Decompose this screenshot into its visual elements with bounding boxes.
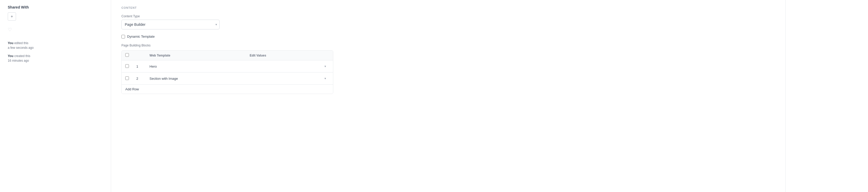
th-edit-values: Edit Values: [246, 51, 320, 60]
add-row-button[interactable]: Add Row: [122, 85, 333, 94]
th-web-template: Web Template: [146, 51, 246, 60]
select-all-checkbox[interactable]: [125, 53, 129, 57]
row-actions: ▾: [320, 72, 333, 85]
activity-entry-1: You edited this a few seconds ago: [8, 41, 103, 50]
activity-time-2: 16 minutes ago: [8, 59, 29, 62]
main-content: CONTENT Content Type Page Builder ▾ Dyna…: [111, 0, 785, 192]
row-checkbox-cell: [122, 72, 133, 85]
row-actions: ▾: [320, 60, 333, 72]
activity-entry-2: You created this 16 minutes ago: [8, 54, 103, 63]
add-shared-button[interactable]: +: [8, 12, 16, 21]
row-number: 1: [133, 60, 146, 72]
page-building-blocks-table-container: Web Template Edit Values 1 Hero ▾ 2: [121, 50, 333, 94]
row-number: 2: [133, 72, 146, 85]
row-edit-values: [246, 60, 320, 72]
activity-action-1: edited this: [14, 41, 28, 45]
plus-icon: +: [10, 14, 13, 19]
content-type-field: Content Type Page Builder ▾: [121, 14, 775, 29]
row-web-template: Section with Image: [146, 72, 246, 85]
page-building-blocks-table: Web Template Edit Values 1 Hero ▾ 2: [122, 51, 333, 85]
row-expand-button[interactable]: ▾: [323, 75, 327, 81]
row-edit-values: [246, 72, 320, 85]
sidebar: Shared With + ♡ You edited this a few se…: [0, 0, 111, 192]
content-type-label: Content Type: [121, 14, 775, 18]
row-web-template: Hero: [146, 60, 246, 72]
activity-log: You edited this a few seconds ago You cr…: [8, 41, 103, 63]
content-section-label: CONTENT: [121, 6, 775, 9]
row-checkbox-cell: [122, 60, 133, 72]
th-checkbox: [122, 51, 133, 60]
activity-text-1: You edited this a few seconds ago: [8, 41, 103, 50]
page-building-blocks-label: Page Building Blocks: [121, 43, 775, 47]
right-panel: [785, 0, 868, 192]
table-row: 1 Hero ▾: [122, 60, 333, 72]
activity-actor-1: You: [8, 41, 13, 45]
table-row: 2 Section with Image ▾: [122, 72, 333, 85]
heart-icon: ♡: [8, 27, 103, 33]
content-type-select[interactable]: Page Builder: [121, 20, 220, 29]
row-checkbox[interactable]: [125, 64, 129, 68]
shared-with-label: Shared With: [8, 5, 103, 9]
th-actions: [320, 51, 333, 60]
dynamic-template-checkbox[interactable]: [121, 35, 125, 38]
activity-actor-2: You: [8, 54, 13, 58]
activity-action-2: created this: [14, 54, 30, 58]
dynamic-template-label: Dynamic Template: [127, 35, 155, 38]
activity-text-2: You created this 16 minutes ago: [8, 54, 103, 63]
row-checkbox[interactable]: [125, 76, 129, 80]
th-number: [133, 51, 146, 60]
content-type-select-wrapper: Page Builder ▾: [121, 20, 220, 29]
row-expand-button[interactable]: ▾: [323, 63, 327, 69]
dynamic-template-row: Dynamic Template: [121, 35, 775, 38]
table-header-row: Web Template Edit Values: [122, 51, 333, 60]
activity-time-1: a few seconds ago: [8, 46, 34, 50]
